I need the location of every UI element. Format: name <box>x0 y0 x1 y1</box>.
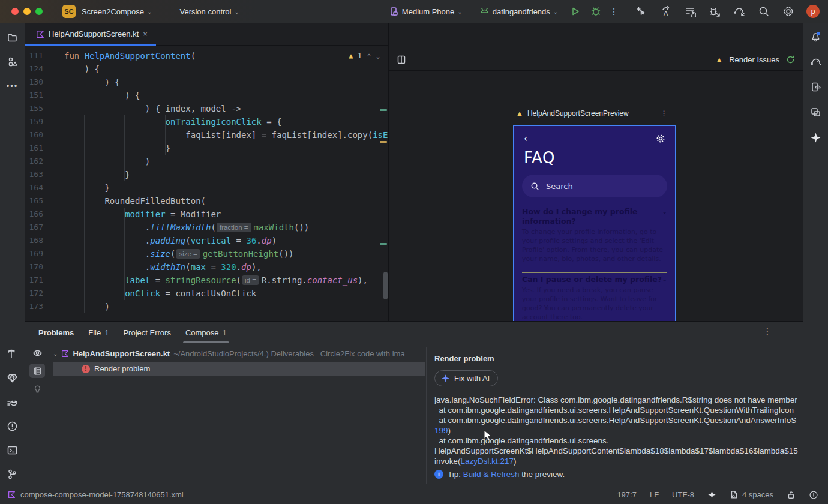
code-with-ai-icon[interactable]: A <box>659 5 672 18</box>
git-tool-icon[interactable] <box>4 465 22 483</box>
tab-compose[interactable]: Compose1 <box>179 322 233 343</box>
run-configuration-selector[interactable]: datingandfriends ⌄ <box>479 7 559 16</box>
compose-preview-frame[interactable]: ‹ FAQ Search How do I change my profile … <box>513 125 676 341</box>
preview-frame-title[interactable]: ▲ HelpAndSupportScreenPreview ⋮ <box>516 109 668 118</box>
inspection-widget[interactable]: ▲ 1 ⌃ ⌄ <box>349 49 380 62</box>
code-line[interactable]: 170.widthIn(max = 320.dp), <box>25 260 388 274</box>
app-quality-insights-icon[interactable] <box>4 369 22 387</box>
refresh-icon[interactable] <box>785 55 796 65</box>
line-number[interactable]: 167 <box>25 221 43 234</box>
project-menu[interactable]: Screen2Compose ⌄ <box>82 7 152 16</box>
line-number[interactable]: 111 <box>25 49 43 62</box>
line-number[interactable]: 170 <box>25 260 43 274</box>
line-number[interactable]: 159 <box>25 115 43 128</box>
more-run-actions-button[interactable]: ⋮ <box>607 5 620 18</box>
code-line[interactable]: 163} <box>25 168 388 181</box>
code-line[interactable]: 161} <box>25 142 388 155</box>
code-line[interactable]: 162) <box>25 155 388 168</box>
resource-manager-icon[interactable] <box>4 53 22 71</box>
sync-changes-icon[interactable] <box>683 5 697 18</box>
code-line[interactable]: 130) { <box>25 76 388 89</box>
code-line[interactable]: 124) { <box>25 62 388 76</box>
tree-error-row-selected[interactable]: ! Render problem <box>53 362 425 376</box>
code-area[interactable]: ▲ 1 ⌃ ⌄ 111fun HelpAndSupportContent(124… <box>25 46 388 321</box>
line-number[interactable]: 164 <box>25 181 43 194</box>
editor-scrollbar-thumb[interactable] <box>383 272 388 299</box>
line-number[interactable]: 171 <box>25 274 43 287</box>
line-number[interactable]: 130 <box>25 76 43 89</box>
code-line[interactable]: 168.padding(vertical = 36.dp) <box>25 234 388 247</box>
notifications-bell-icon[interactable] <box>807 28 825 46</box>
attach-debugger-icon[interactable] <box>708 5 721 18</box>
ai-sparkle-icon[interactable] <box>707 490 716 499</box>
file-encoding[interactable]: UTF-8 <box>672 490 694 499</box>
code-line[interactable]: 167.fillMaxWidth(fraction =maxWidth()) <box>25 221 388 234</box>
code-line[interactable]: 173) <box>25 300 388 313</box>
code-line[interactable]: 159onTrailingIconClick = { <box>25 115 388 128</box>
line-number[interactable]: 173 <box>25 300 43 313</box>
build-refresh-link[interactable]: Build & Refresh <box>463 470 520 479</box>
debug-button[interactable] <box>589 5 602 18</box>
code-line[interactable]: 165RoundedFilledButton( <box>25 194 388 208</box>
prev-problem-icon[interactable]: ⌃ <box>367 53 371 59</box>
running-devices-icon[interactable] <box>807 103 825 121</box>
line-ending[interactable]: LF <box>650 490 659 499</box>
line-number[interactable]: 166 <box>25 208 43 221</box>
logcat-tool-icon[interactable] <box>4 393 22 411</box>
tree-file-row[interactable]: ⌄ HelpAndSupportScreen.kt ~/AndroidStudi… <box>53 347 425 361</box>
line-number[interactable]: 165 <box>25 194 43 208</box>
line-number[interactable]: 172 <box>25 287 43 300</box>
gradle-sync-icon[interactable] <box>733 5 746 18</box>
code-line[interactable]: 151) { <box>25 89 388 102</box>
terminal-tool-icon[interactable] <box>4 441 22 459</box>
maximize-window-button[interactable] <box>35 8 43 15</box>
line-number[interactable]: 169 <box>25 247 43 260</box>
user-avatar[interactable]: p <box>806 5 820 18</box>
stack-link[interactable]: LazyDsl.kt:217 <box>461 457 514 466</box>
render-issues-label[interactable]: Render Issues <box>729 55 779 64</box>
code-line[interactable]: 164} <box>25 181 388 194</box>
line-number[interactable]: 161 <box>25 142 43 155</box>
preview-eye-icon[interactable] <box>29 346 45 360</box>
build-tool-icon[interactable] <box>4 345 22 363</box>
run-button[interactable] <box>569 5 582 18</box>
line-number[interactable]: 162 <box>25 155 43 168</box>
more-tool-windows-icon[interactable]: ••• <box>4 77 22 95</box>
close-window-button[interactable] <box>11 8 19 15</box>
settings-gear-icon[interactable] <box>782 5 795 18</box>
code-line[interactable]: 172onClick = contactUsOnClick <box>25 287 388 300</box>
code-line[interactable]: 155) { index, model -> <box>25 102 388 115</box>
details-view-icon[interactable] <box>29 364 45 378</box>
problems-tool-icon[interactable] <box>4 417 22 435</box>
caret-position[interactable]: 197:7 <box>617 490 637 499</box>
editor-tab-helpandsupportscreen[interactable]: HelpAndSupportScreen.kt × <box>25 23 156 46</box>
unlocked-padlock-icon[interactable] <box>787 490 796 499</box>
indent-setting[interactable]: 4 spaces <box>730 490 773 499</box>
error-highlight-icon[interactable] <box>809 490 818 500</box>
close-tab-icon[interactable]: × <box>143 29 148 38</box>
device-manager-icon[interactable] <box>807 78 825 96</box>
search-everywhere-icon[interactable] <box>757 5 770 18</box>
project-tool-icon[interactable] <box>4 29 22 47</box>
panel-options-icon[interactable]: ⋮ <box>763 326 772 336</box>
split-editor-icon[interactable] <box>397 55 407 65</box>
fix-with-ai-button[interactable]: Fix with AI <box>434 370 498 386</box>
device-selector[interactable]: Medium Phone ⌄ <box>389 7 463 16</box>
tab-project-errors[interactable]: Project Errors <box>117 322 176 343</box>
tab-problems[interactable]: Problems <box>32 322 80 343</box>
code-line[interactable]: 111fun HelpAndSupportContent( <box>25 49 388 62</box>
line-number[interactable]: 155 <box>25 102 43 115</box>
minimize-panel-icon[interactable]: — <box>785 326 793 336</box>
version-control-menu[interactable]: Version control ⌄ <box>179 7 239 16</box>
gemini-sparkle-icon[interactable] <box>807 128 825 146</box>
stack-link[interactable]: 199 <box>434 426 448 435</box>
tab-file[interactable]: File1 <box>82 322 115 343</box>
code-line[interactable]: 166modifier = Modifier <box>25 208 388 221</box>
code-line[interactable]: 169.size(size =getButtonHeight()) <box>25 247 388 260</box>
code-line[interactable]: 160faqList[index] = faqList[index].copy(… <box>25 128 388 142</box>
line-number[interactable]: 151 <box>25 89 43 102</box>
line-number[interactable]: 124 <box>25 62 43 76</box>
lightbulb-icon[interactable] <box>29 382 45 396</box>
line-number[interactable]: 160 <box>25 128 43 142</box>
next-problem-icon[interactable]: ⌄ <box>376 53 380 59</box>
